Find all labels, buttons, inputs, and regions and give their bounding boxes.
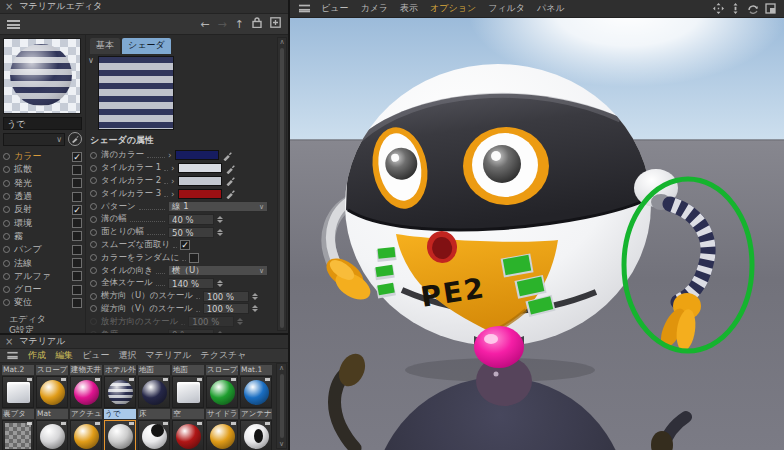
material-label[interactable]: 地面 (138, 365, 170, 375)
anim-dot-icon[interactable] (3, 246, 10, 253)
color-swatch[interactable] (178, 189, 222, 199)
channel-checkbox[interactable] (72, 285, 82, 295)
pan-icon[interactable] (713, 3, 724, 14)
anim-dot-icon[interactable] (90, 203, 97, 210)
material-thumbnail[interactable] (70, 420, 102, 450)
viewport-menu-item[interactable]: 表示 (400, 2, 418, 15)
anim-dot-icon[interactable] (90, 165, 97, 172)
material-label[interactable]: アクチュエ (70, 409, 102, 419)
channel-checkbox[interactable]: ✓ (72, 205, 82, 215)
editor-link[interactable]: G設定 (3, 324, 82, 333)
anim-dot-icon[interactable] (90, 280, 97, 287)
eyedropper-icon[interactable] (225, 163, 236, 174)
material-thumbnail[interactable] (172, 420, 204, 450)
channel-checkbox[interactable] (72, 192, 82, 202)
material-label[interactable]: 空 (172, 409, 204, 419)
material-label[interactable]: Mat.1 (240, 365, 272, 375)
material-thumbnail[interactable] (206, 420, 238, 450)
expand-arrow-icon[interactable]: › (168, 150, 172, 160)
material-label[interactable]: サイドライ (206, 409, 238, 419)
attribute-select[interactable]: 横（U）∨ (168, 265, 268, 276)
material-label[interactable]: 建物天井 (70, 365, 102, 375)
attribute-value-input[interactable]: 50 % (168, 227, 214, 238)
color-swatch[interactable] (175, 150, 219, 160)
tab-basic[interactable]: 基本 (90, 38, 120, 54)
material-thumbnail[interactable] (240, 420, 272, 450)
anim-dot-icon[interactable] (90, 229, 97, 236)
anim-dot-icon[interactable] (90, 241, 97, 248)
channel-checkbox[interactable] (72, 165, 82, 175)
close-icon[interactable]: × (5, 2, 13, 12)
channel-label[interactable]: 霧 (14, 230, 23, 243)
anim-dot-icon[interactable] (3, 220, 10, 227)
channel-checkbox[interactable] (72, 218, 82, 228)
channel-checkbox[interactable]: ✓ (72, 152, 82, 162)
material-label[interactable]: 床 (138, 409, 170, 419)
viewport-menu-item[interactable]: オプション (430, 2, 476, 15)
channel-label[interactable]: 拡散 (14, 163, 32, 176)
material-preview[interactable] (3, 38, 81, 114)
attribute-select[interactable]: 線 1∨ (168, 201, 268, 212)
anim-dot-icon[interactable] (90, 190, 97, 197)
tab-shader[interactable]: シェーダ (122, 38, 171, 54)
stepper-arrows[interactable] (217, 280, 223, 287)
material-thumbnail[interactable] (36, 376, 68, 408)
material-thumbnail[interactable] (104, 376, 136, 408)
anim-dot-icon[interactable] (90, 305, 97, 312)
manager-menu-item[interactable]: 編集 (55, 349, 73, 362)
anim-dot-icon[interactable] (3, 233, 10, 240)
attribute-value-input[interactable]: 100 % (203, 303, 249, 314)
shader-texture-preview[interactable] (98, 56, 174, 130)
channel-label[interactable]: 発光 (14, 177, 32, 190)
viewport-menu-item[interactable]: フィルタ (488, 2, 525, 15)
material-thumbnail[interactable] (2, 376, 34, 408)
anim-dot-icon[interactable] (3, 153, 10, 160)
material-label[interactable]: うで (104, 409, 136, 419)
rotate-icon[interactable] (747, 3, 759, 14)
stepper-arrows[interactable] (217, 331, 223, 333)
expand-arrow-icon[interactable]: › (171, 163, 175, 173)
manager-menu-item[interactable]: ビュー (82, 349, 109, 362)
anim-dot-icon[interactable] (3, 273, 10, 280)
color-swatch[interactable] (178, 163, 222, 173)
anim-dot-icon[interactable] (3, 260, 10, 267)
attribute-value-input[interactable]: 140 % (168, 278, 214, 289)
channel-checkbox[interactable] (72, 258, 82, 268)
scroll-down-icon[interactable]: ∨ (279, 440, 284, 448)
stepper-arrows[interactable] (252, 293, 258, 300)
material-grid-scrollbar[interactable]: ∧∨ (276, 363, 287, 449)
stepper-arrows[interactable] (217, 216, 223, 223)
material-thumbnail[interactable] (104, 420, 136, 450)
material-label[interactable]: Mat (36, 409, 68, 419)
scroll-up-icon[interactable]: ∧ (279, 364, 284, 372)
anim-dot-icon[interactable] (3, 299, 10, 306)
viewport-menu-item[interactable]: パネル (537, 2, 565, 15)
channel-checkbox[interactable] (72, 245, 82, 255)
material-thumbnail[interactable] (138, 420, 170, 450)
manager-menu-item[interactable]: 選択 (118, 349, 136, 362)
material-label[interactable]: Mat.2 (2, 365, 34, 375)
attribute-value-input[interactable]: 40 % (168, 214, 214, 225)
forward-arrow-icon[interactable]: → (218, 18, 227, 31)
anim-dot-icon[interactable] (90, 293, 97, 300)
anim-dot-icon[interactable] (3, 193, 10, 200)
material-thumbnail[interactable] (138, 376, 170, 408)
scroll-up-icon[interactable]: ∧ (279, 38, 284, 46)
channel-label[interactable]: グロー (14, 283, 41, 296)
attribute-checkbox[interactable]: ✓ (180, 240, 190, 250)
material-thumbnail[interactable] (2, 420, 34, 450)
channel-checkbox[interactable] (72, 298, 82, 308)
anim-dot-icon[interactable] (90, 254, 97, 261)
expand-arrow-icon[interactable]: › (171, 189, 175, 199)
anim-dot-icon[interactable] (90, 267, 97, 274)
anim-dot-icon[interactable] (3, 286, 10, 293)
channel-checkbox[interactable] (72, 271, 82, 281)
channel-label[interactable]: 透過 (14, 190, 32, 203)
viewport-scene[interactable]: PE2 (290, 18, 784, 450)
attribute-value-input[interactable]: 0 ° (168, 329, 214, 333)
material-thumbnail[interactable] (70, 376, 102, 408)
channel-label[interactable]: アルファ (14, 270, 51, 283)
stepper-arrows[interactable] (217, 229, 223, 236)
material-label[interactable]: スロープ (36, 365, 68, 375)
channel-label[interactable]: 反射 (14, 203, 32, 216)
